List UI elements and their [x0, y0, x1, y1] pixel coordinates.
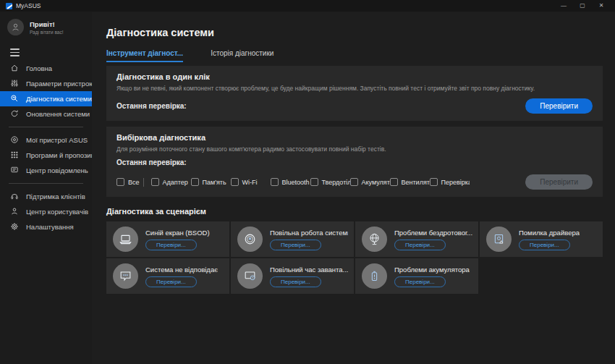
- checkbox-separator: [143, 178, 144, 187]
- update-icon: [10, 109, 19, 118]
- card-label: Проблеми акумулятора: [394, 266, 470, 274]
- battery-icon: [368, 269, 381, 283]
- card-not-responding: Система не відповідає Перевіри...: [106, 258, 229, 294]
- headset-icon: [10, 192, 19, 200]
- card-label: Синій екран (BSOD): [145, 229, 210, 237]
- one-click-check-button[interactable]: Перевірити: [525, 98, 593, 114]
- sidebar-item-label: Центр повідомлень: [26, 166, 88, 174]
- sidebar-item-home[interactable]: Головна: [0, 61, 92, 76]
- card-check-button[interactable]: Перевіри...: [519, 240, 570, 250]
- sidebar-item-label: Налаштування: [26, 223, 74, 231]
- sidebar-nav: Головна Параметри пристрою Діагностика с…: [0, 61, 92, 234]
- gear-icon: [10, 222, 19, 231]
- card-check-button[interactable]: Перевіри...: [270, 240, 321, 250]
- card-check-button[interactable]: Перевіри...: [270, 276, 321, 287]
- sidebar-item-label: Діагностика системи: [26, 95, 92, 103]
- asus-logo-icon: [6, 3, 12, 9]
- person-icon: [11, 22, 20, 32]
- card-label: Система не відповідає: [145, 266, 218, 274]
- sidebar-item-settings[interactable]: Налаштування: [0, 219, 92, 234]
- window-controls: — ▢ ✕: [554, 0, 611, 12]
- card-bsod: Синій екран (BSOD) Перевіри...: [106, 221, 229, 257]
- checkbox-memory[interactable]: Пам'ять: [191, 178, 231, 186]
- checkbox-ssd[interactable]: Твердотільн...: [310, 178, 350, 186]
- card-slow-system: Повільна робота системи Перевіри...: [231, 221, 354, 257]
- maximize-button[interactable]: ▢: [573, 0, 592, 12]
- sidebar-item-my-asus-devices[interactable]: Мої пристрої ASUS: [0, 132, 92, 148]
- one-click-title: Діагностика в один клік: [116, 72, 593, 81]
- sidebar-item-label: Параметри пристрою: [26, 80, 92, 88]
- user-icon: [10, 207, 19, 216]
- one-click-description: Якщо ви не певні, який компонент створює…: [116, 85, 593, 92]
- card-check-button[interactable]: Перевіри...: [394, 276, 446, 287]
- sidebar-item-label: Програми й пропозиції від...: [26, 151, 92, 159]
- sidebar-item-label: Мої пристрої ASUS: [26, 136, 88, 144]
- sidebar-divider: [9, 127, 83, 127]
- checkbox-wifi[interactable]: Wi-Fi: [231, 178, 271, 186]
- scenario-section-title: Діагностика за сценарієм: [106, 207, 603, 216]
- checkbox-all[interactable]: Все: [116, 178, 140, 186]
- tab-bar: Інструмент діагност... Історія діагности…: [106, 49, 603, 62]
- devices-icon: [10, 135, 19, 144]
- one-click-diagnostics-panel: Діагностика в один клік Якщо ви не певні…: [106, 66, 603, 121]
- sidebar-divider: [9, 183, 83, 184]
- checkbox-all-box[interactable]: [116, 178, 124, 186]
- app-title: MyASUS: [16, 2, 41, 9]
- card-driver-error: Помилка драйвера Перевіри...: [480, 221, 603, 257]
- hamburger-menu-icon[interactable]: [10, 48, 20, 56]
- page-title: Діагностика системи: [106, 27, 603, 38]
- checkbox-row: Все Адаптер Пам'ять Wi-Fi: [116, 174, 593, 190]
- custom-description: Для розуміння поточного стану вашого ком…: [116, 145, 593, 153]
- sidebar: Привіт! Раді вітати вас! Головна: [0, 12, 92, 364]
- card-label: Проблеми бездротовог...: [394, 229, 472, 237]
- checkbox-bluetooth[interactable]: Bluetooth: [271, 178, 310, 186]
- slow-boot-icon: [243, 269, 257, 283]
- diagnostics-icon: [10, 94, 19, 103]
- card-battery-problems: Проблеми акумулятора Перевіри...: [355, 258, 478, 294]
- sidebar-item-label: Центр користувачів: [26, 208, 88, 216]
- sidebar-item-system-update[interactable]: Оновлення системи: [0, 106, 92, 122]
- checkbox-battery[interactable]: Акумулятор: [350, 178, 390, 186]
- sidebar-item-label: Підтримка клієнтів: [26, 192, 85, 200]
- custom-last-check-label: Остання перевірка:: [116, 158, 187, 166]
- custom-check-button-disabled[interactable]: Перевірити: [525, 174, 593, 190]
- main-content: Діагностика системи Інструмент діагност.…: [92, 12, 615, 364]
- sidebar-item-user-center[interactable]: Центр користувачів: [0, 204, 92, 219]
- checkbox-fan[interactable]: Вентилятор: [390, 178, 430, 186]
- minimize-button[interactable]: —: [554, 0, 573, 12]
- message-center-icon: [10, 166, 19, 174]
- bsod-icon: [119, 232, 132, 246]
- greeting-title: Привіт!: [30, 20, 64, 28]
- greeting-subtitle: Раді вітати вас!: [30, 30, 64, 35]
- apps-grid-icon: [10, 151, 19, 159]
- sidebar-item-device-settings[interactable]: Параметри пристрою: [0, 76, 92, 91]
- tab-diagnostic-history[interactable]: Історія діагностики: [211, 49, 273, 62]
- card-check-button[interactable]: Перевіри...: [394, 240, 446, 250]
- custom-diagnostics-panel: Вибіркова діагностика Для розуміння пото…: [106, 127, 603, 197]
- sidebar-item-message-center[interactable]: Центр повідомлень: [0, 163, 92, 178]
- card-check-button[interactable]: Перевіри...: [145, 240, 197, 250]
- user-greeting[interactable]: Привіт! Раді вітати вас!: [0, 12, 92, 38]
- card-slow-boot: Повільний час заванта... Перевіри...: [231, 258, 354, 294]
- sliders-icon: [10, 79, 19, 88]
- sidebar-item-label: Головна: [26, 64, 52, 72]
- tab-diagnostic-tool[interactable]: Інструмент діагност...: [106, 49, 183, 62]
- titlebar: MyASUS — ▢ ✕: [0, 0, 615, 12]
- not-responding-icon: [119, 269, 132, 283]
- card-label: Повільний час заванта...: [270, 266, 348, 274]
- sidebar-item-apps-offers[interactable]: Програми й пропозиції від...: [0, 148, 92, 163]
- checkbox-system-check[interactable]: Перевірка с...: [430, 178, 470, 186]
- sidebar-item-system-diagnostics[interactable]: Діагностика системи: [0, 91, 92, 106]
- card-label: Помилка драйвера: [519, 229, 580, 237]
- card-check-button[interactable]: Перевіри...: [145, 276, 197, 287]
- checkbox-adapter[interactable]: Адаптер: [151, 178, 191, 186]
- card-wireless-problems: Проблеми бездротовог... Перевіри...: [355, 221, 478, 257]
- sidebar-item-customer-support[interactable]: Підтримка клієнтів: [0, 189, 92, 204]
- greeting-text: Привіт! Раді вітати вас!: [30, 20, 64, 35]
- myasus-window: MyASUS — ▢ ✕ Привіт! Раді вітати вас!: [0, 0, 615, 364]
- slow-system-icon: [243, 232, 257, 246]
- scenario-cards-grid: Синій екран (BSOD) Перевіри... Повільна …: [106, 221, 603, 294]
- close-button[interactable]: ✕: [592, 0, 611, 12]
- avatar[interactable]: [7, 19, 24, 35]
- custom-title: Вибіркова діагностика: [116, 133, 593, 142]
